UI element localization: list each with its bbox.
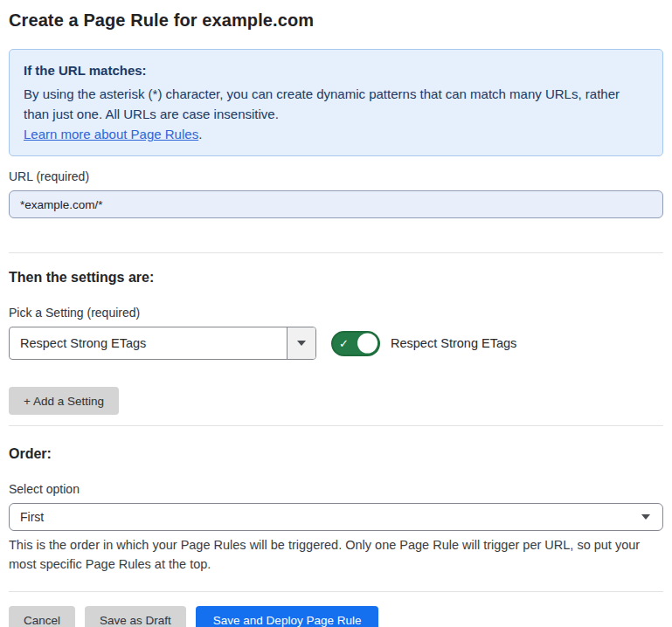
page-title: Create a Page Rule for example.com (9, 10, 663, 31)
setting-select[interactable]: Respect Strong ETags (9, 327, 316, 360)
toggle-label: Respect Strong ETags (391, 336, 516, 350)
check-icon: ✓ (339, 338, 349, 349)
divider (9, 252, 663, 253)
respect-strong-etags-toggle[interactable]: ✓ (331, 331, 380, 356)
footer-actions: Cancel Save as Draft Save and Deploy Pag… (9, 606, 663, 627)
save-draft-button[interactable]: Save as Draft (85, 606, 186, 627)
setting-row: Respect Strong ETags ✓ Respect Strong ET… (9, 327, 663, 360)
cancel-button[interactable]: Cancel (9, 606, 75, 627)
chevron-down-icon (297, 341, 306, 346)
info-box-link-line: Learn more about Page Rules. (24, 124, 648, 144)
save-deploy-button[interactable]: Save and Deploy Page Rule (196, 606, 379, 627)
order-select-label: Select option (9, 482, 663, 496)
page-rule-form: Create a Page Rule for example.com If th… (0, 0, 672, 627)
setting-select-arrow-button[interactable] (287, 327, 315, 359)
order-select[interactable]: First (9, 503, 663, 531)
info-box-heading: If the URL matches: (24, 60, 648, 80)
divider (9, 591, 663, 592)
info-box-body: By using the asterisk (*) character, you… (24, 84, 648, 124)
toggle-knob (357, 334, 378, 354)
setting-select-value: Respect Strong ETags (10, 327, 287, 359)
chevron-down-icon (641, 514, 650, 520)
add-setting-button[interactable]: + Add a Setting (9, 387, 119, 415)
url-input[interactable] (9, 190, 663, 218)
learn-more-link[interactable]: Learn more about Page Rules (24, 127, 198, 141)
divider (9, 425, 663, 426)
pick-setting-label: Pick a Setting (required) (9, 306, 663, 320)
order-select-value: First (20, 510, 641, 524)
link-period: . (198, 127, 202, 141)
order-help-text: This is the order in which your Page Rul… (9, 535, 660, 574)
order-section-heading: Order: (9, 446, 663, 462)
settings-section-heading: Then the settings are: (9, 270, 663, 286)
url-field-label: URL (required) (9, 169, 663, 183)
url-match-info-box: If the URL matches: By using the asteris… (9, 49, 663, 156)
